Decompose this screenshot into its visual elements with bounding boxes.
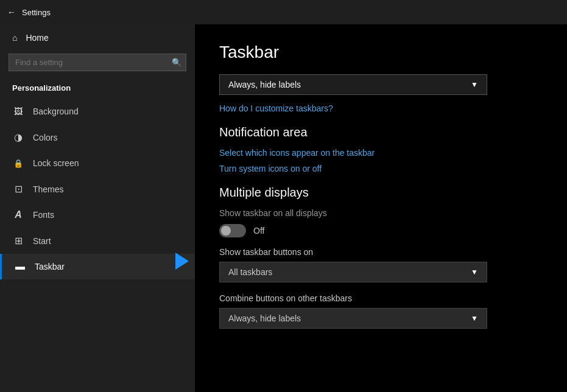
chevron-down-icon-2: ▼ [471, 268, 478, 276]
taskbar-buttons-value: All taskbars [228, 267, 272, 277]
taskbar-label-dropdown[interactable]: Always, hide labels ▼ [219, 74, 487, 95]
sidebar-label-start: Start [33, 236, 51, 246]
sidebar-item-colors[interactable]: Colors [0, 124, 195, 150]
taskbar-label-dropdown-container: Always, hide labels ▼ [219, 74, 543, 95]
lock-icon [12, 158, 24, 169]
colors-icon [12, 131, 24, 143]
search-icon: 🔍 [172, 58, 181, 67]
sidebar-label-background: Background [33, 107, 79, 116]
title-bar: ← Settings [0, 0, 567, 24]
themes-icon [12, 183, 24, 195]
select-icons-link[interactable]: Select which icons appear on the taskbar [219, 148, 543, 158]
combine-buttons-label: Combine buttons on other taskbars [219, 293, 543, 303]
sidebar-label-fonts: Fonts [33, 210, 54, 220]
sidebar: Home 🔍 Personalization Background Colors… [0, 24, 195, 392]
show-taskbar-toggle[interactable] [219, 224, 246, 237]
back-button[interactable]: ← [7, 7, 16, 17]
notification-area-heading: Notification area [219, 125, 543, 139]
sidebar-item-background[interactable]: Background [0, 99, 195, 124]
sidebar-section-title: Personalization [0, 79, 195, 99]
taskbar-icon [14, 261, 26, 272]
sidebar-item-lock-screen[interactable]: Lock screen [0, 150, 195, 176]
fonts-icon [12, 209, 24, 220]
system-icons-link[interactable]: Turn system icons on or off [219, 164, 543, 173]
sidebar-item-themes[interactable]: Themes [0, 176, 195, 202]
combine-buttons-value: Always, hide labels [228, 313, 301, 323]
sidebar-item-fonts[interactable]: Fonts [0, 202, 195, 228]
sidebar-item-taskbar[interactable]: Taskbar [0, 254, 195, 279]
taskbar-label-value: Always, hide labels [228, 80, 301, 89]
home-label: Home [26, 33, 48, 43]
sidebar-label-lock-screen: Lock screen [33, 158, 79, 168]
content-area: Taskbar Always, hide labels ▼ How do I c… [195, 24, 567, 392]
toggle-off-label: Off [253, 226, 264, 236]
app-title: Settings [22, 8, 51, 17]
taskbar-buttons-dropdown[interactable]: All taskbars ▼ [219, 262, 487, 282]
combine-buttons-dropdown[interactable]: Always, hide labels ▼ [219, 308, 487, 329]
main-layout: Home 🔍 Personalization Background Colors… [0, 24, 567, 392]
show-taskbar-toggle-row: Off [219, 224, 543, 237]
sidebar-label-themes: Themes [33, 184, 64, 194]
start-icon [12, 235, 24, 247]
sidebar-label-colors: Colors [33, 133, 57, 142]
customize-link[interactable]: How do I customize taskbars? [219, 103, 543, 113]
arrow-indicator [175, 253, 189, 270]
sidebar-item-home[interactable]: Home [0, 24, 195, 51]
chevron-down-icon-3: ▼ [471, 314, 478, 323]
search-input[interactable] [9, 54, 186, 71]
show-taskbar-label: Show taskbar on all displays [219, 208, 543, 218]
search-container: 🔍 [9, 54, 186, 71]
show-taskbar-buttons-label: Show taskbar buttons on [219, 247, 543, 257]
sidebar-item-start[interactable]: Start [0, 228, 195, 254]
home-icon [12, 33, 17, 43]
sidebar-label-taskbar: Taskbar [35, 262, 65, 271]
toggle-knob [221, 226, 231, 236]
page-title: Taskbar [219, 43, 543, 62]
chevron-down-icon: ▼ [471, 80, 478, 89]
multiple-displays-heading: Multiple displays [219, 186, 543, 200]
background-icon [12, 106, 24, 117]
